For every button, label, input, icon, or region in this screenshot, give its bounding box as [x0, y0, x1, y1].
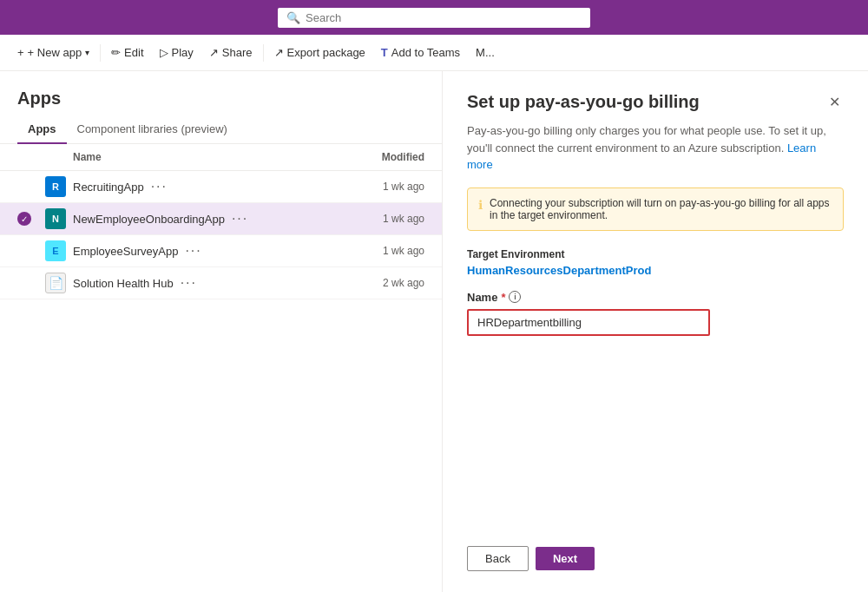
target-env-section: Target Environment HumanResourcesDepartm… — [467, 248, 844, 277]
row-check — [17, 276, 31, 290]
row-more-actions[interactable]: ··· — [232, 211, 248, 227]
export-icon: ↗ — [274, 46, 284, 59]
flyout-title: Set up pay-as-you-go billing — [467, 92, 700, 112]
header-modified-col: Modified — [355, 151, 424, 163]
table-row[interactable]: ✓ N NewEmployeeOnboardingApp ··· 1 wk ag… — [0, 203, 442, 235]
app-modified: 1 wk ago — [355, 245, 424, 257]
row-more-actions[interactable]: ··· — [151, 179, 168, 194]
flyout-description: Pay-as-you-go billing only charges you f… — [467, 122, 844, 174]
flyout-header: Set up pay-as-you-go billing ✕ — [467, 92, 844, 112]
table-row[interactable]: R RecruitingApp ··· 1 wk ago — [0, 171, 442, 203]
warning-text: Connecting your subscription will turn o… — [490, 197, 832, 221]
tabs-bar: Apps Component libraries (preview) — [0, 115, 442, 144]
table-header-row: Name Modified — [0, 144, 442, 171]
new-app-button[interactable]: + + New app ▾ — [10, 43, 96, 62]
app-icon: 📄 — [45, 273, 66, 293]
app-icon: N — [45, 208, 66, 229]
panel-header: Apps — [0, 71, 442, 115]
search-icon: 🔍 — [286, 11, 300, 24]
close-button[interactable]: ✕ — [825, 92, 844, 112]
app-modified: 2 wk ago — [355, 277, 424, 289]
name-input[interactable] — [467, 309, 710, 336]
app-modified: 1 wk ago — [355, 213, 424, 225]
play-button[interactable]: ▷ Play — [153, 43, 201, 62]
required-indicator: * — [501, 291, 505, 304]
target-env-value: HumanResourcesDepartmentProd — [467, 264, 844, 277]
row-selected-check: ✓ — [17, 212, 31, 226]
export-button[interactable]: ↗ Export package — [267, 43, 372, 62]
header-name-col: Name — [73, 151, 355, 163]
new-app-icon: + — [17, 46, 24, 59]
edit-icon: ✏ — [111, 46, 121, 59]
search-input[interactable] — [306, 11, 582, 24]
search-container[interactable]: 🔍 — [278, 8, 590, 28]
flyout-footer: Back Next — [467, 525, 844, 571]
table-row[interactable]: E EmployeeSurveyApp ··· 1 wk ago — [0, 235, 442, 267]
info-circle-icon: ℹ — [478, 198, 483, 212]
app-name: EmployeeSurveyApp — [73, 245, 178, 258]
target-env-label: Target Environment — [467, 248, 844, 260]
app-name: NewEmployeeOnboardingApp — [73, 213, 225, 226]
row-more-actions[interactable]: ··· — [181, 275, 197, 291]
chevron-down-icon: ▾ — [85, 48, 89, 57]
left-panel: Apps Apps Component libraries (preview) … — [0, 71, 443, 592]
next-button[interactable]: Next — [536, 547, 595, 570]
toolbar: + + New app ▾ ✏ Edit ▷ Play ↗ Share ↗ Ex… — [0, 35, 868, 71]
teams-icon: T — [381, 46, 388, 59]
app-icon: E — [45, 240, 66, 261]
app-icon: R — [45, 176, 66, 197]
add-to-teams-button[interactable]: T Add to Teams — [374, 43, 467, 62]
row-check — [17, 180, 31, 194]
edit-button[interactable]: ✏ Edit — [104, 43, 150, 62]
app-modified: 1 wk ago — [355, 181, 424, 193]
app-name: Solution Health Hub — [73, 277, 174, 290]
top-bar: 🔍 — [0, 0, 868, 35]
share-button[interactable]: ↗ Share — [202, 43, 260, 62]
more-button[interactable]: M... — [469, 43, 502, 62]
table-row[interactable]: 📄 Solution Health Hub ··· 2 wk ago — [0, 267, 442, 299]
separator2 — [263, 44, 264, 62]
tab-component-libraries[interactable]: Component libraries (preview) — [67, 115, 238, 144]
name-field-group: Name * i — [467, 291, 844, 336]
separator — [100, 44, 101, 62]
panel-title: Apps — [17, 89, 424, 109]
play-icon: ▷ — [160, 46, 168, 59]
warning-bar: ℹ Connecting your subscription will turn… — [467, 187, 844, 231]
row-more-actions[interactable]: ··· — [185, 243, 201, 259]
back-button[interactable]: Back — [467, 546, 529, 571]
row-check — [17, 244, 31, 258]
name-label: Name * i — [467, 291, 844, 304]
app-name: RecruitingApp — [73, 181, 144, 194]
tab-apps[interactable]: Apps — [17, 115, 67, 144]
share-icon: ↗ — [209, 46, 219, 59]
right-panel: Set up pay-as-you-go billing ✕ Pay-as-yo… — [443, 71, 868, 592]
name-info-icon[interactable]: i — [509, 291, 521, 303]
app-table: Name Modified R RecruitingApp ··· 1 wk a… — [0, 144, 442, 592]
main-layout: Apps Apps Component libraries (preview) … — [0, 71, 868, 592]
